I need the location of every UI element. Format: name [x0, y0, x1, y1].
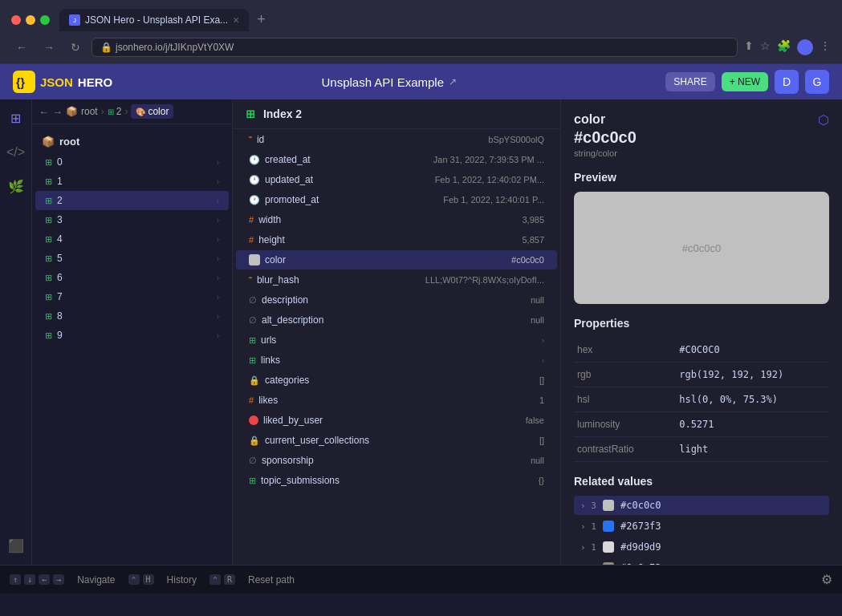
related-item-1[interactable]: › 1 #2673f3	[574, 517, 829, 536]
json-row-width[interactable]: # width 3,985	[236, 210, 557, 229]
breadcrumb-bar: ← → 📦 root › ⊞ 2 › 🎨 color	[32, 99, 232, 124]
forward-button[interactable]: →	[39, 39, 59, 55]
related-item-2[interactable]: › 1 #d9d9d9	[574, 537, 829, 557]
json-row-links[interactable]: ⊞ links ›	[236, 351, 557, 370]
close-button[interactable]	[11, 15, 21, 25]
links-key: links	[261, 355, 280, 366]
item-4-label: 4	[57, 233, 63, 245]
navigate-label: Navigate	[77, 574, 115, 586]
share-button[interactable]: SHARE	[665, 72, 714, 91]
properties-section-title: Properties	[574, 317, 829, 330]
bookmark-icon[interactable]: ☆	[760, 39, 771, 55]
new-button[interactable]: + NEW	[722, 72, 768, 91]
profile-icon[interactable]	[797, 39, 813, 55]
properties-table: hex #C0C0C0 rgb rgb(192, 192, 192) hsl h…	[574, 338, 829, 462]
breadcrumb-2[interactable]: ⊞ 2	[108, 106, 122, 117]
json-row-urls[interactable]: ⊞ urls ›	[236, 330, 557, 350]
history-button[interactable]: History	[167, 574, 197, 586]
tree-item-3[interactable]: ⊞ 3 ›	[35, 210, 229, 229]
new-tab-button[interactable]: +	[250, 8, 272, 31]
tree-item-5[interactable]: ⊞ 5 ›	[35, 249, 229, 268]
discord-icon[interactable]: D	[775, 70, 799, 94]
item-6-expand: ›	[217, 274, 219, 282]
navigate-button[interactable]: Navigate	[77, 574, 115, 586]
tree-root-item: 📦 root	[32, 131, 232, 152]
root-label: root	[59, 136, 79, 148]
json-row-liked-by-user[interactable]: liked_by_user false	[236, 411, 557, 430]
tree-item-7[interactable]: ⊞ 7 ›	[35, 287, 229, 306]
promoted-at-type-icon: 🕐	[249, 195, 260, 205]
tab-close-button[interactable]: ×	[233, 14, 239, 26]
tree-item-1[interactable]: ⊞ 1 ›	[35, 172, 229, 191]
breadcrumb-back-button[interactable]: ←	[39, 106, 49, 118]
item-0-expand: ›	[217, 158, 219, 167]
liked-type-icon	[249, 415, 258, 425]
json-row-sponsorship[interactable]: ∅ sponsorship null	[236, 451, 557, 470]
json-row-alt-description[interactable]: ∅ alt_description null	[236, 310, 557, 330]
prop-hex-row: hex #C0C0C0	[574, 338, 829, 363]
item-9-label: 9	[57, 330, 63, 341]
settings-icon[interactable]: ⚙	[821, 573, 832, 586]
tree-item-9[interactable]: ⊞ 9 ›	[35, 326, 229, 345]
external-link-icon[interactable]: ↗	[449, 76, 457, 87]
index-title: Index 2	[263, 107, 302, 120]
prop-hsl-row: hsl hsl(0, 0%, 75.3%)	[574, 387, 829, 412]
tab-favicon: J	[69, 14, 80, 26]
sidebar-icon-code[interactable]: </>	[3, 142, 28, 163]
minimize-button[interactable]	[26, 15, 35, 25]
item-2-label: 2	[57, 195, 63, 206]
tree-item-4[interactable]: ⊞ 4 ›	[35, 229, 229, 249]
item-9-icon: ⊞	[45, 330, 52, 341]
prop-contrast-row: contrastRatio light	[574, 437, 829, 462]
address-bar[interactable]: 🔒 jsonhero.io/j/tJIKnpVtY0XW	[92, 38, 738, 57]
width-key: width	[258, 214, 281, 225]
json-row-id[interactable]: " id bSpYS000olQ	[236, 130, 557, 149]
width-value: 3,985	[522, 215, 544, 225]
promoted-at-value: Feb 1, 2022, 12:40:01 P...	[443, 195, 544, 205]
menu-icon[interactable]: ⋮	[820, 39, 831, 55]
created-at-key: created_at	[265, 154, 311, 165]
reset-path-button[interactable]: Reset path	[248, 574, 295, 586]
copy-icon[interactable]: ⬡	[818, 112, 829, 128]
item-7-label: 7	[57, 291, 63, 302]
json-row-updated-at[interactable]: 🕐 updated_at Feb 1, 2022, 12:40:02 PM...	[236, 170, 557, 189]
share-browser-icon[interactable]: ⬆	[744, 39, 754, 55]
browser-tab-active[interactable]: J JSON Hero - Unsplash API Exa... ×	[59, 9, 249, 31]
related-item-3[interactable]: › 1 #8c8c73	[574, 558, 829, 565]
item-2-icon: ⊞	[45, 196, 52, 206]
reload-button[interactable]: ↻	[66, 39, 85, 55]
json-row-description[interactable]: ∅ description null	[236, 290, 557, 310]
app-header: {} JSONHERO Unsplash API Example ↗ SHARE…	[0, 64, 842, 99]
json-row-categories[interactable]: 🔒 categories []	[236, 371, 557, 390]
json-row-color[interactable]: color #c0c0c0	[236, 250, 557, 270]
tree-root: 📦 root ⊞ 0 › ⊞ 1 › ⊞ 2 ›	[32, 124, 232, 351]
breadcrumb-color[interactable]: 🎨 color	[131, 104, 173, 119]
tree-item-2[interactable]: ⊞ 2 ›	[35, 191, 229, 210]
json-row-created-at[interactable]: 🕐 created_at Jan 31, 2022, 7:39:53 PM ..…	[236, 150, 557, 169]
maximize-button[interactable]	[40, 15, 50, 25]
sidebar-icon-terminal[interactable]: ⬛	[5, 535, 27, 557]
json-row-collections[interactable]: 🔒 current_user_collections []	[236, 431, 557, 450]
breadcrumb-root[interactable]: root	[81, 106, 98, 117]
back-button[interactable]: ←	[11, 39, 32, 55]
extensions-icon[interactable]: 🧩	[777, 39, 791, 55]
github-icon[interactable]: G	[805, 70, 829, 94]
sidebar-icon-grid[interactable]: ⊞	[7, 107, 24, 129]
tree-item-8[interactable]: ⊞ 8 ›	[35, 306, 229, 326]
related-label-1: #2673f3	[620, 521, 661, 532]
sidebar-icon-tree[interactable]: 🌿	[5, 176, 27, 197]
item-5-label: 5	[57, 253, 63, 264]
logo-hero-text: HERO	[78, 75, 112, 89]
related-swatch-0	[603, 500, 614, 511]
logo-json-text: JSON	[40, 75, 73, 89]
json-row-likes[interactable]: # likes 1	[236, 391, 557, 410]
tree-item-0[interactable]: ⊞ 0 ›	[35, 152, 229, 172]
id-value: bSpYS000olQ	[488, 135, 544, 144]
related-item-0[interactable]: › 3 #c0c0c0	[574, 496, 829, 515]
json-row-height[interactable]: # height 5,857	[236, 230, 557, 249]
json-row-blur-hash[interactable]: " blur_hash LLL;W0t7?^Rj.8WXs;oIyDofI...	[236, 270, 557, 290]
json-row-promoted-at[interactable]: 🕐 promoted_at Feb 1, 2022, 12:40:01 P...	[236, 190, 557, 209]
tree-item-6[interactable]: ⊞ 6 ›	[35, 268, 229, 287]
breadcrumb-forward-button[interactable]: →	[52, 106, 63, 118]
json-row-topic-submissions[interactable]: ⊞ topic_submissions {}	[236, 471, 557, 490]
